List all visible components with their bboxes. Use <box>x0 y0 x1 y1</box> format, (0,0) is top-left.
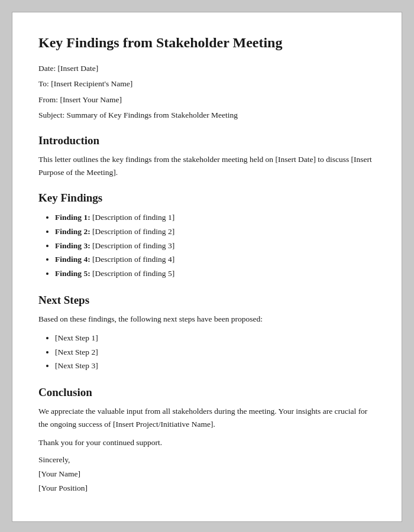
list-item: Finding 4: [Description of finding 4] <box>55 252 376 267</box>
introduction-heading: Introduction <box>38 134 376 147</box>
document-title: Key Findings from Stakeholder Meeting <box>38 34 376 52</box>
key-findings-heading: Key Findings <box>38 192 376 205</box>
next-steps-list: [Next Step 1] [Next Step 2] [Next Step 3… <box>55 331 376 373</box>
next-steps-heading: Next Steps <box>38 294 376 307</box>
list-item: Finding 1: [Description of finding 1] <box>55 210 376 225</box>
finding-1-label: Finding 1: <box>55 213 90 222</box>
finding-3-desc: [Description of finding 3] <box>92 241 174 250</box>
meta-to: To: [Insert Recipient's Name] <box>38 78 376 90</box>
your-position-line: [Your Position] <box>38 484 376 493</box>
finding-5-desc: [Description of finding 5] <box>92 269 174 278</box>
list-item: Finding 5: [Description of finding 5] <box>55 267 376 281</box>
list-item: [Next Step 3] <box>55 359 376 373</box>
list-item: Finding 2: [Description of finding 2] <box>55 225 376 239</box>
your-name-line: [Your Name] <box>38 469 376 479</box>
sincerely-line: Sincerely, <box>38 455 376 465</box>
finding-1-desc: [Description of finding 1] <box>92 213 174 222</box>
finding-2-label: Finding 2: <box>55 227 90 236</box>
conclusion-body2: Thank you for your continued support. <box>38 436 376 449</box>
next-step-2: [Next Step 2] <box>55 348 98 356</box>
list-item: [Next Step 1] <box>55 331 376 345</box>
finding-5-label: Finding 5: <box>55 269 90 278</box>
meta-date: Date: [Insert Date] <box>38 63 376 74</box>
finding-4-label: Finding 4: <box>55 255 90 264</box>
next-step-1: [Next Step 1] <box>55 333 98 342</box>
conclusion-heading: Conclusion <box>38 386 376 399</box>
next-step-3: [Next Step 3] <box>55 361 98 370</box>
findings-list: Finding 1: [Description of finding 1] Fi… <box>55 210 376 280</box>
conclusion-body1: We appreciate the valuable input from al… <box>38 405 376 430</box>
list-item: [Next Step 2] <box>55 345 376 359</box>
meta-from: From: [Insert Your Name] <box>38 94 376 106</box>
document-container: Key Findings from Stakeholder Meeting Da… <box>12 12 402 522</box>
finding-4-desc: [Description of finding 4] <box>92 255 174 264</box>
finding-3-label: Finding 3: <box>55 241 90 250</box>
next-steps-intro: Based on these findings, the following n… <box>38 313 376 326</box>
finding-2-desc: [Description of finding 2] <box>92 227 174 236</box>
list-item: Finding 3: [Description of finding 3] <box>55 239 376 253</box>
introduction-body: This letter outlines the key findings fr… <box>38 153 376 179</box>
meta-subject: Subject: Summary of Key Findings from St… <box>38 109 376 121</box>
